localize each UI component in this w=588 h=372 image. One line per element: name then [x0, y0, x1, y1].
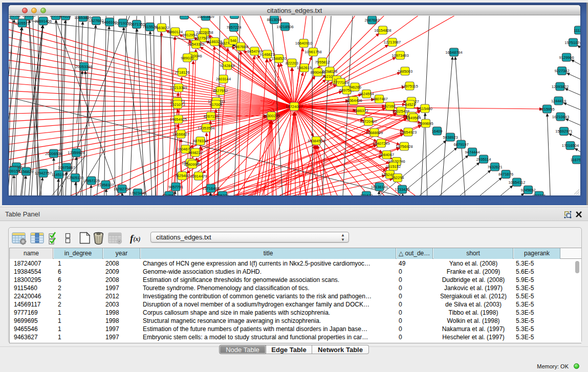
svg-text:7663822: 7663822	[154, 26, 169, 30]
svg-text:10975867: 10975867	[58, 165, 75, 170]
svg-text:12942757: 12942757	[35, 171, 52, 176]
svg-text:8813054: 8813054	[267, 17, 281, 22]
svg-text:11120: 11120	[574, 28, 580, 33]
svg-text:12213389: 12213389	[170, 85, 187, 90]
svg-text:9474444: 9474444	[465, 150, 480, 155]
svg-text:1009: 1009	[230, 16, 239, 17]
svg-text:937224: 937224	[533, 193, 546, 196]
svg-text:10688609: 10688609	[366, 130, 383, 135]
svg-text:12213987: 12213987	[384, 40, 401, 45]
svg-text:985221: 985221	[216, 193, 229, 196]
svg-text:19218506: 19218506	[276, 25, 293, 29]
svg-text:1145194: 1145194	[52, 172, 67, 177]
svg-text:200533: 200533	[23, 16, 35, 18]
svg-text:16409: 16409	[432, 129, 443, 134]
svg-text:7485003: 7485003	[398, 69, 412, 74]
svg-text:8215955: 8215955	[539, 107, 554, 112]
svg-text:12353594: 12353594	[198, 126, 214, 130]
svg-text:20053346: 20053346	[75, 64, 92, 69]
svg-text:9084067: 9084067	[379, 152, 394, 157]
svg-text:822203: 822203	[286, 61, 298, 65]
svg-text:18724007: 18724007	[286, 104, 302, 109]
svg-text:3498222: 3498222	[188, 150, 203, 155]
svg-text:546: 546	[230, 38, 237, 43]
svg-text:20206536: 20206536	[45, 151, 62, 156]
svg-text:1588520: 1588520	[271, 56, 286, 61]
svg-text:16543382: 16543382	[187, 42, 204, 47]
svg-text:5938923: 5938923	[443, 135, 458, 140]
svg-text:8427552: 8427552	[213, 89, 228, 93]
svg-text:62160: 62160	[385, 104, 396, 108]
svg-text:746266: 746266	[349, 85, 361, 90]
svg-text:10961758: 10961758	[304, 50, 321, 54]
svg-text:19654925: 19654925	[170, 117, 187, 122]
svg-text:16640910: 16640910	[295, 41, 312, 46]
svg-text:2718126: 2718126	[175, 70, 189, 75]
svg-text:7625402: 7625402	[175, 173, 189, 178]
svg-text:2867608: 2867608	[233, 45, 248, 49]
svg-text:3624554: 3624554	[359, 92, 374, 96]
svg-text:2803144: 2803144	[216, 77, 231, 81]
svg-text:9857791: 9857791	[168, 185, 183, 189]
svg-text:10973493: 10973493	[391, 53, 408, 58]
svg-text:16648784: 16648784	[445, 50, 462, 55]
svg-text:946362: 946362	[9, 16, 21, 18]
svg-text:25300275: 25300275	[263, 114, 280, 118]
svg-text:12093822: 12093822	[552, 84, 569, 89]
svg-text:12923448: 12923448	[129, 191, 146, 195]
svg-text:9245652: 9245652	[520, 188, 535, 192]
svg-text:7386372: 7386372	[353, 108, 368, 113]
svg-text:7857224: 7857224	[226, 25, 241, 30]
svg-text:9777169: 9777169	[333, 80, 348, 85]
svg-text:15716485: 15716485	[202, 186, 219, 191]
svg-text:8878334: 8878334	[193, 139, 208, 143]
svg-text:16053809: 16053809	[197, 16, 214, 19]
svg-text:417004: 417004	[209, 102, 222, 107]
svg-text:16154808: 16154808	[374, 28, 391, 33]
svg-text:116753: 116753	[571, 158, 580, 162]
svg-text:10025438: 10025438	[393, 109, 409, 114]
svg-text:8960124: 8960124	[168, 30, 183, 34]
svg-text:989023: 989023	[181, 56, 193, 60]
svg-text:16136141: 16136141	[371, 185, 388, 189]
svg-text:7632621: 7632621	[487, 165, 502, 169]
svg-text:19756928: 19756928	[396, 144, 412, 149]
svg-text:2087682: 2087682	[364, 18, 379, 23]
svg-text:6879197: 6879197	[453, 142, 468, 147]
svg-text:252254: 252254	[391, 176, 404, 180]
svg-text:19384554: 19384554	[308, 139, 324, 143]
svg-text:84521: 84521	[405, 102, 416, 107]
svg-text:7955812: 7955812	[315, 60, 330, 64]
svg-text:15720407: 15720407	[360, 119, 377, 124]
svg-text:1527602: 1527602	[89, 18, 103, 23]
svg-text:9242848: 9242848	[220, 63, 234, 68]
svg-text:15751074: 15751074	[564, 40, 580, 45]
svg-text:9405572: 9405572	[15, 21, 30, 26]
svg-text:20364436: 20364436	[345, 98, 362, 103]
svg-text:17016504: 17016504	[562, 143, 579, 148]
svg-text:20691406: 20691406	[35, 19, 52, 24]
svg-text:1733426: 1733426	[395, 187, 409, 192]
svg-text:18407249: 18407249	[373, 141, 389, 146]
svg-text:94655: 94655	[60, 16, 71, 18]
svg-text:16210643: 16210643	[552, 115, 569, 119]
svg-text:1615152: 1615152	[386, 164, 401, 169]
svg-text:8186328: 8186328	[207, 39, 222, 44]
svg-text:8267110: 8267110	[204, 114, 219, 119]
svg-text:9227342: 9227342	[554, 69, 569, 73]
svg-text:771632: 771632	[360, 193, 373, 196]
svg-text:15692971: 15692971	[555, 129, 572, 134]
svg-text:16782759: 16782759	[114, 187, 130, 191]
svg-text:1156829: 1156829	[19, 169, 34, 174]
svg-text:1244419: 1244419	[551, 99, 566, 103]
svg-text:1562615: 1562615	[297, 65, 312, 70]
svg-text:1003: 1003	[180, 16, 189, 17]
svg-text:9115460: 9115460	[418, 106, 432, 111]
svg-text:1021073: 1021073	[170, 102, 185, 107]
svg-text:19166827: 19166827	[172, 132, 189, 137]
svg-text:1849564: 1849564	[406, 116, 421, 120]
svg-text:19654923: 19654923	[400, 130, 417, 135]
svg-text:2935114: 2935114	[476, 157, 491, 162]
svg-text:9699695: 9699695	[418, 121, 433, 126]
svg-text:(x): (x)	[134, 235, 141, 243]
